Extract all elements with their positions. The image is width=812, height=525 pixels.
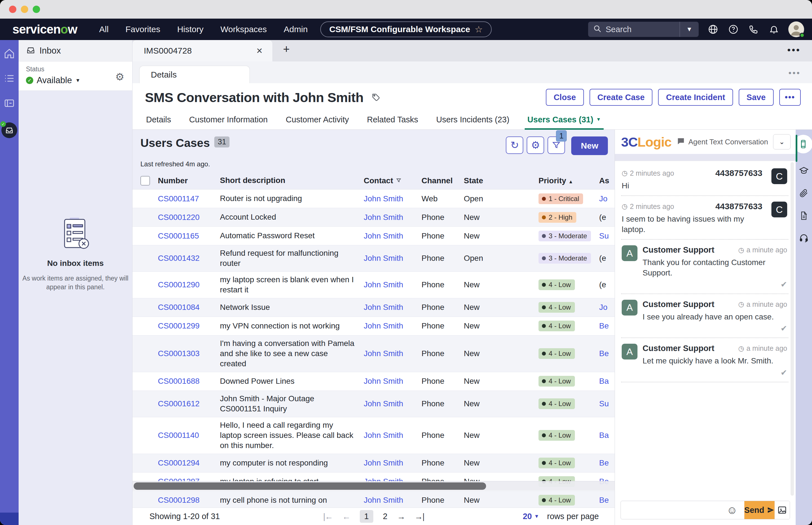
- nav-item-admin[interactable]: Admin: [276, 21, 315, 38]
- learning-cap-icon[interactable]: [798, 165, 809, 176]
- table-row[interactable]: CS0001298my cell phone is not turning on…: [133, 491, 615, 508]
- assigned-link[interactable]: Jo: [599, 303, 607, 312]
- table-row[interactable]: CS0001612John Smith - Major Outage CS000…: [133, 391, 615, 417]
- column-header-channel[interactable]: Channel: [421, 176, 464, 185]
- record-tab-customer-information[interactable]: Customer Information: [189, 111, 268, 130]
- assigned-link[interactable]: Ba: [599, 431, 609, 439]
- next-page-icon[interactable]: →: [397, 512, 405, 521]
- status-selector[interactable]: ✓ Available ▼: [26, 75, 125, 86]
- assigned-link[interactable]: Be: [599, 321, 609, 330]
- workspace-tab[interactable]: IMS0004728 ✕: [133, 40, 272, 61]
- contact-link[interactable]: John Smith: [364, 496, 403, 505]
- lists-icon[interactable]: [4, 73, 15, 84]
- chat-scrollbar[interactable]: [791, 162, 794, 496]
- case-number-link[interactable]: CS0001290: [158, 280, 200, 289]
- minimize-window-button[interactable]: [21, 6, 28, 13]
- contact-link[interactable]: John Smith: [364, 399, 403, 408]
- first-page-icon[interactable]: |←: [323, 512, 333, 521]
- zoom-window-button[interactable]: [33, 6, 40, 13]
- nav-item-favorites[interactable]: Favorites: [118, 21, 167, 38]
- action-button-create-incident[interactable]: Create Incident: [658, 89, 733, 106]
- case-number-link[interactable]: CS0001612: [158, 399, 200, 408]
- contact-link[interactable]: John Smith: [364, 280, 403, 289]
- nav-item-all[interactable]: All: [92, 21, 116, 38]
- column-header-state[interactable]: State: [464, 176, 539, 185]
- case-number-link[interactable]: CS0001299: [158, 321, 200, 330]
- attach-image-button[interactable]: [775, 501, 790, 519]
- case-number-link[interactable]: CS0001147: [158, 194, 199, 203]
- search-scope-caret-icon[interactable]: ▼: [680, 26, 699, 33]
- page-button-current[interactable]: 1: [360, 510, 373, 523]
- contact-link[interactable]: John Smith: [364, 213, 403, 222]
- contact-link[interactable]: John Smith: [364, 431, 403, 439]
- contact-link[interactable]: John Smith: [364, 459, 403, 467]
- record-tab-customer-activity[interactable]: Customer Activity: [286, 111, 349, 130]
- last-page-icon[interactable]: →|: [415, 512, 424, 521]
- contact-link[interactable]: John Smith: [364, 321, 403, 330]
- table-row[interactable]: CS0001147Router is not upgradingJohn Smi…: [133, 190, 615, 208]
- table-row[interactable]: CS0001220Account LockedJohn SmithPhoneNe…: [133, 208, 615, 227]
- favorite-star-icon[interactable]: ☆: [475, 24, 483, 35]
- horizontal-scrollbar[interactable]: [133, 481, 615, 491]
- phone-icon[interactable]: [748, 24, 760, 35]
- table-row[interactable]: CS0001432Refund request for malfunctioni…: [133, 245, 615, 272]
- case-number-link[interactable]: CS0001084: [158, 303, 200, 312]
- contact-link[interactable]: John Smith: [364, 254, 403, 262]
- servicenow-logo[interactable]: servicenow: [12, 22, 77, 36]
- assigned-link[interactable]: Be: [599, 349, 609, 358]
- table-row[interactable]: CS0001299my VPN connection is not workin…: [133, 317, 615, 335]
- record-tab-users-cases--31-[interactable]: Users Cases (31)▼: [527, 111, 601, 130]
- message-input[interactable]: ☺: [621, 501, 745, 519]
- case-number-link[interactable]: CS0001298: [158, 496, 200, 505]
- table-row[interactable]: CS0001290my laptop screen is blank even …: [133, 272, 615, 298]
- emoji-icon[interactable]: ☺: [726, 504, 738, 516]
- workspace-switcher-pill[interactable]: CSM/FSM Configurable Workspace ☆: [320, 21, 492, 37]
- page-size-select[interactable]: 20▼: [523, 512, 539, 521]
- action-button----[interactable]: •••: [779, 89, 801, 106]
- action-button-close[interactable]: Close: [546, 89, 584, 106]
- home-icon[interactable]: [4, 48, 15, 59]
- global-search[interactable]: Search ▼: [588, 22, 699, 37]
- record-tab-details[interactable]: Details: [146, 111, 171, 130]
- contact-link[interactable]: John Smith: [364, 231, 403, 240]
- inbox-rail-item-active[interactable]: ✓: [1, 122, 17, 138]
- contact-link[interactable]: John Smith: [364, 349, 403, 358]
- refresh-button[interactable]: ↻: [506, 136, 523, 154]
- headset-icon[interactable]: [798, 233, 809, 244]
- table-row[interactable]: CS0001303I'm having a conversation with …: [133, 335, 615, 372]
- new-tab-button[interactable]: +: [283, 43, 289, 56]
- user-avatar[interactable]: [788, 21, 804, 37]
- table-row[interactable]: CS0001165Automatic Password ResetJohn Sm…: [133, 227, 615, 245]
- contact-filter-icon[interactable]: [396, 178, 402, 183]
- contact-link[interactable]: John Smith: [364, 377, 403, 386]
- new-case-button[interactable]: New: [571, 136, 608, 155]
- list-settings-button[interactable]: ⚙: [527, 136, 544, 154]
- case-number-link[interactable]: CS0001294: [158, 459, 200, 467]
- action-button-save[interactable]: Save: [739, 89, 774, 106]
- contact-link[interactable]: John Smith: [364, 303, 403, 312]
- message-text-field[interactable]: [625, 506, 726, 514]
- table-row[interactable]: CS0001294my computer is not respondingJo…: [133, 454, 615, 472]
- select-all-checkbox[interactable]: [140, 176, 150, 185]
- page-button-2[interactable]: 2: [383, 512, 387, 521]
- assigned-link[interactable]: Su: [599, 231, 609, 240]
- workspace-board-icon[interactable]: [4, 97, 15, 109]
- tag-icon[interactable]: [371, 93, 380, 104]
- column-header-as[interactable]: As: [599, 176, 615, 185]
- scrollbar-thumb[interactable]: [134, 482, 486, 490]
- previous-page-icon[interactable]: ←: [342, 512, 350, 521]
- help-icon[interactable]: [727, 24, 739, 35]
- column-header-contact[interactable]: Contact: [364, 176, 421, 185]
- column-header-priority[interactable]: Priority▲: [539, 176, 599, 185]
- assigned-link[interactable]: Jo: [599, 194, 607, 203]
- globe-icon[interactable]: [707, 24, 719, 35]
- tabstrip-more-icon[interactable]: •••: [787, 45, 801, 56]
- subtab-more-icon[interactable]: •••: [788, 68, 801, 78]
- collapse-chat-icon[interactable]: ⌄: [773, 134, 791, 149]
- nav-item-workspaces[interactable]: Workspaces: [213, 21, 274, 38]
- send-button[interactable]: Send: [745, 501, 775, 519]
- column-header-short-description[interactable]: Short description: [220, 172, 364, 188]
- details-subtab[interactable]: Details: [139, 66, 250, 83]
- table-row[interactable]: CS0001084Network IssueJohn SmithPhoneNew…: [133, 298, 615, 317]
- record-tab-users-incidents--23-[interactable]: Users Incidents (23): [436, 111, 510, 130]
